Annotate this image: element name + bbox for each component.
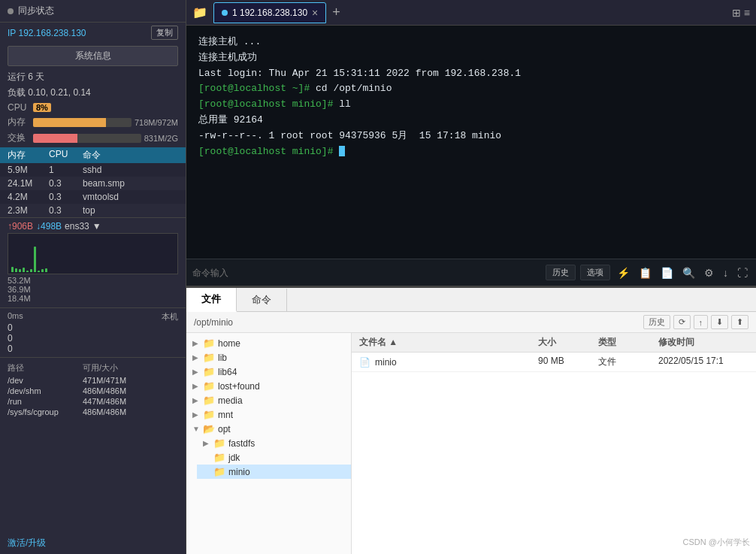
- table-row[interactable]: 2.3M 0.3 top: [0, 204, 186, 217]
- paste-icon[interactable]: 📄: [658, 267, 676, 279]
- tab-files[interactable]: 文件: [186, 288, 237, 312]
- mem-bar-fill: [33, 118, 106, 127]
- tab-add-icon[interactable]: +: [332, 5, 340, 20]
- fullscreen-icon[interactable]: ⛶: [735, 267, 750, 279]
- refresh-icon[interactable]: ⟳: [673, 315, 691, 329]
- tree-item-lib[interactable]: ▶ 📁 lib: [186, 350, 351, 365]
- tree-label: lost+found: [218, 381, 260, 392]
- file-col-name: 文件名 ▲: [359, 336, 538, 349]
- expand-icon: ▶: [192, 353, 200, 362]
- expand-icon: ▼: [192, 425, 200, 433]
- upload-file-icon[interactable]: ⬆: [731, 315, 748, 329]
- latency-val-2: 0: [8, 333, 178, 344]
- tree-item-lost-found[interactable]: ▶ 📁 lost+found: [186, 379, 351, 393]
- disk-size: 447M/486M: [83, 397, 178, 406]
- mem-bar: [33, 118, 132, 127]
- proc-cmd: vmtoolsd: [83, 192, 178, 202]
- chevron-down-icon: ▼: [92, 221, 101, 232]
- tree-item-home[interactable]: ▶ 📁 home: [186, 336, 351, 350]
- folder-open-icon: 📂: [203, 423, 215, 434]
- net-val-1: 53.2M: [8, 276, 178, 285]
- terminal-line: 连接主机 ...: [198, 35, 744, 50]
- tab-icons: ⊞ ≡: [732, 7, 750, 19]
- tree-item-jdk[interactable]: 📁 jdk: [197, 450, 351, 465]
- net-val-2: 36.9M: [8, 285, 178, 294]
- proc-cmd: sshd: [83, 165, 178, 175]
- history-button[interactable]: 历史: [546, 265, 576, 280]
- tree-panel: ▶ 📁 home ▶ 📁 lib ▶ 📁 lib64 ▶ 📁 l: [186, 333, 352, 554]
- sys-info-button[interactable]: 系统信息: [8, 46, 178, 66]
- upgrade-button[interactable]: 激活/升级: [8, 537, 46, 549]
- file-name-cell: 📄 minio: [359, 356, 538, 368]
- tree-item-media[interactable]: ▶ 📁 media: [186, 393, 351, 407]
- settings-icon[interactable]: ⚙: [702, 267, 716, 279]
- tab-bar: 📁 1 192.168.238.130 × + ⊞ ≡: [186, 0, 756, 26]
- tab-command[interactable]: 命令: [237, 289, 287, 311]
- proc-mem: 5.9M: [8, 165, 49, 175]
- proc-col-mem: 内存: [8, 149, 49, 162]
- file-manager: /opt/minio 历史 ⟳ ↑ ⬇ ⬆ ▶ 📁 home ▶ 📁: [186, 312, 756, 554]
- file-col-size: 大小: [538, 336, 598, 349]
- download-file-icon[interactable]: ⬇: [711, 315, 728, 329]
- tree-item-lib64[interactable]: ▶ 📁 lib64: [186, 365, 351, 379]
- disk-section: 路径 可用/大小 /dev 471M/471M /dev/shm 486M/48…: [0, 357, 186, 420]
- folder-icon: 📁: [203, 380, 215, 392]
- copy-icon[interactable]: 📋: [637, 267, 654, 279]
- latency-ms: 0ms: [8, 311, 23, 322]
- menu-icon[interactable]: ≡: [744, 7, 750, 19]
- lightning-icon[interactable]: ⚡: [615, 267, 632, 279]
- tree-item-minio[interactable]: 📁 minio: [197, 465, 351, 479]
- up-dir-icon[interactable]: ↑: [694, 315, 709, 329]
- proc-cpu: 0.3: [49, 178, 83, 189]
- cpu-label: CPU: [8, 102, 30, 113]
- tree-label: media: [218, 395, 243, 406]
- options-button[interactable]: 选项: [580, 265, 610, 280]
- disk-size: 486M/486M: [83, 407, 178, 416]
- net-down-label: ↓498B: [36, 221, 62, 232]
- cmd-input[interactable]: [192, 268, 541, 278]
- file-list-panel: 文件名 ▲ 大小 类型 修改时间 📄 minio 90 MB 文件 2022/0…: [352, 333, 756, 554]
- mem-stat: 内存 718M/972M: [0, 114, 186, 130]
- file-col-modified: 修改时间: [658, 336, 748, 349]
- latency-section: 0ms 本机 0 0 0: [0, 307, 186, 357]
- expand-icon: ▶: [192, 339, 200, 347]
- proc-mem: 4.2M: [8, 192, 49, 202]
- folder-icon[interactable]: 📁: [192, 5, 207, 20]
- file-list-row[interactable]: 📄 minio 90 MB 文件 2022/05/15 17:1: [352, 353, 756, 372]
- disk-path: /dev: [8, 376, 83, 385]
- load-label: 负载 0.10, 0.21, 0.14: [8, 86, 91, 99]
- left-panel: 同步状态 IP 192.168.238.130 复制 系统信息 运行 6 天 负…: [0, 0, 186, 554]
- file-path: /opt/minio: [194, 317, 233, 328]
- table-row[interactable]: 24.1M 0.3 beam.smp: [0, 177, 186, 190]
- proc-mem: 2.3M: [8, 205, 49, 216]
- sync-status: 同步状态: [0, 0, 186, 23]
- disk-row: /sys/fs/cgroup 486M/486M: [8, 407, 178, 417]
- file-history-button[interactable]: 历史: [643, 315, 670, 329]
- file-tab-bar: 文件 命令: [186, 288, 756, 312]
- disk-col-size: 可用/大小: [83, 362, 178, 374]
- tree-item-opt[interactable]: ▼ 📂 opt: [186, 422, 351, 436]
- tab-close-icon[interactable]: ×: [312, 8, 318, 18]
- cpu-badge: 8%: [33, 103, 51, 112]
- download-icon[interactable]: ↓: [721, 267, 730, 279]
- watermark: CSDN @小何学长: [683, 537, 750, 548]
- grid-icon[interactable]: ⊞: [732, 7, 741, 19]
- terminal[interactable]: 连接主机 ... 连接主机成功 Last login: Thu Apr 21 1…: [186, 26, 756, 259]
- tree-item-mnt[interactable]: ▶ 📁 mnt: [186, 407, 351, 422]
- swap-label: 交换: [8, 132, 30, 144]
- latency-values: 0 0 0: [8, 322, 178, 354]
- tree-label: minio: [228, 467, 250, 477]
- disk-header: 路径 可用/大小: [8, 361, 178, 375]
- table-row[interactable]: 5.9M 1 sshd: [0, 163, 186, 177]
- terminal-tab[interactable]: 1 192.168.238.130 ×: [213, 2, 326, 23]
- terminal-line: 总用量 92164: [198, 113, 744, 129]
- tree-item-fastdfs[interactable]: ▶ 📁 fastdfs: [197, 436, 351, 450]
- folder-icon: 📁: [213, 437, 225, 449]
- search-icon[interactable]: 🔍: [680, 267, 697, 279]
- file-col-type: 类型: [598, 336, 658, 349]
- copy-button[interactable]: 复制: [151, 26, 178, 40]
- proc-cpu: 0.3: [49, 205, 83, 216]
- table-row[interactable]: 4.2M 0.3 vmtoolsd: [0, 190, 186, 204]
- tree-label: lib: [218, 353, 227, 363]
- file-name: minio: [375, 357, 397, 368]
